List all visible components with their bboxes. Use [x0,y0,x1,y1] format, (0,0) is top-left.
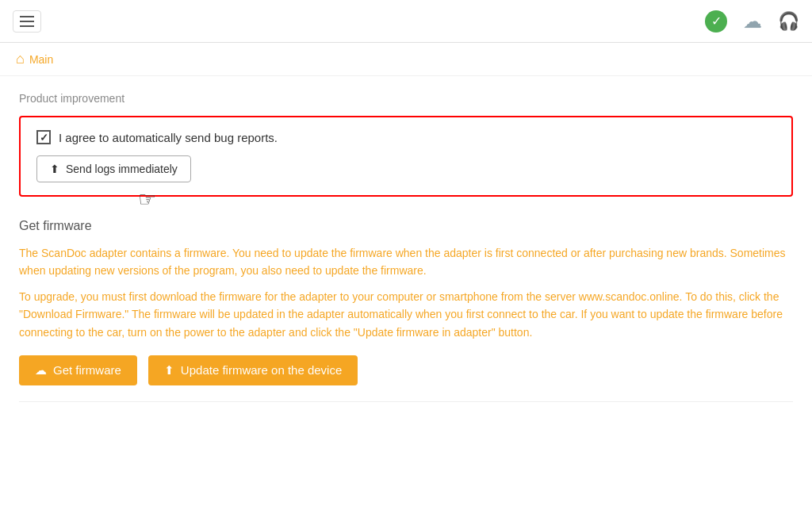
update-firmware-icon: ⬆ [164,363,174,378]
send-logs-button[interactable]: ⬆ Send logs immediately [36,155,191,182]
firmware-description-2: To upgrade, you must first download the … [19,288,793,341]
checkbox-checkmark: ✓ [40,132,48,144]
status-check-icon: ✓ [705,10,727,33]
hamburger-line1 [20,16,34,17]
firmware-description-1: The ScanDoc adapter contains a firmware.… [19,244,793,280]
hamburger-line2 [20,21,34,22]
header-right: ✓ ☁ 🎧 [705,10,799,33]
header-left [13,10,41,33]
get-firmware-label: Get firmware [53,363,121,377]
app-header: ✓ ☁ 🎧 [0,0,812,43]
product-improvement-box: ✓ I agree to automatically send bug repo… [19,116,793,197]
get-firmware-icon: ☁ [35,363,47,378]
hamburger-line3 [20,25,34,27]
product-improvement-section-title: Product improvement [19,92,793,105]
get-firmware-button[interactable]: ☁ Get firmware [19,355,137,385]
bug-reports-checkbox[interactable]: ✓ [36,130,51,144]
send-logs-label: Send logs immediately [66,163,178,175]
bug-reports-label: I agree to automatically send bug report… [59,131,278,144]
breadcrumb: ⌂ Main [0,43,812,76]
cursor-pointer: ☞ [138,189,156,209]
update-firmware-label: Update firmware on the device [181,363,342,377]
firmware-section-title: Get firmware [19,219,793,233]
breadcrumb-main-label[interactable]: Main [29,53,53,66]
headphones-icon[interactable]: 🎧 [778,11,799,32]
bug-reports-row: ✓ I agree to automatically send bug repo… [36,130,776,144]
cloud-icon[interactable]: ☁ [743,10,762,33]
update-firmware-button[interactable]: ⬆ Update firmware on the device [148,355,358,385]
firmware-buttons-row: ☁ Get firmware ⬆ Update firmware on the … [19,355,793,385]
bottom-divider [19,401,793,405]
main-content: Product improvement ✓ I agree to automat… [0,76,812,421]
upload-icon: ⬆ [50,163,59,175]
hamburger-menu-button[interactable] [13,10,41,33]
home-icon[interactable]: ⌂ [16,51,25,67]
